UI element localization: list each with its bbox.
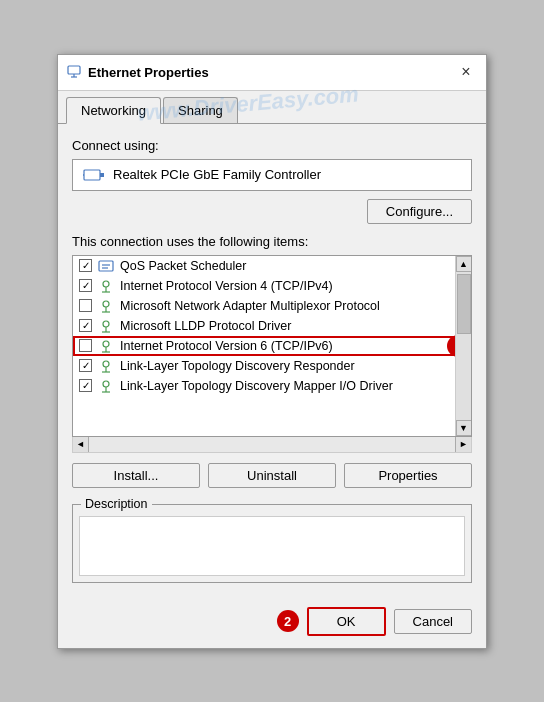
ethernet-properties-dialog: www.DriverEasy.com Ethernet Properties ×… (57, 54, 487, 649)
properties-button[interactable]: Properties (344, 463, 472, 488)
badge-2-container: 2 (277, 610, 299, 632)
list-item[interactable]: QoS Packet Scheduler (73, 256, 455, 276)
tab-content: Connect using: Realtek PCIe GbE Family C… (58, 124, 486, 607)
tab-sharing[interactable]: Sharing (163, 97, 238, 123)
item-label-0: QoS Packet Scheduler (120, 259, 246, 273)
scroll-track (89, 437, 455, 452)
window-title: Ethernet Properties (88, 65, 209, 80)
horizontal-scrollbar[interactable]: ◄ ► (72, 437, 472, 453)
protocol-icon (98, 359, 114, 373)
protocol-icon (98, 299, 114, 313)
titlebar-left: Ethernet Properties (66, 64, 209, 80)
cancel-button[interactable]: Cancel (394, 609, 472, 634)
svg-point-15 (103, 321, 109, 327)
list-item[interactable]: Link-Layer Topology Discovery Responder (73, 356, 455, 376)
bottom-buttons: 2 OK Cancel (58, 607, 486, 648)
vertical-scrollbar[interactable]: ▲ ▼ (455, 256, 471, 436)
item-label-4: Internet Protocol Version 6 (TCP/IPv6) (120, 339, 333, 353)
item-label-6: Link-Layer Topology Discovery Mapper I/O… (120, 379, 393, 393)
tab-bar: Networking Sharing (58, 91, 486, 124)
description-fieldset: Description (72, 498, 472, 583)
item-label-1: Internet Protocol Version 4 (TCP/IPv4) (120, 279, 333, 293)
badge-1: 1 (447, 335, 455, 357)
svg-point-24 (103, 381, 109, 387)
adapter-icon (83, 166, 105, 184)
titlebar: Ethernet Properties × (58, 55, 486, 91)
list-item[interactable]: Microsoft Network Adapter Multiplexor Pr… (73, 296, 455, 316)
checkbox-5[interactable] (79, 359, 92, 372)
list-item[interactable]: Internet Protocol Version 4 (TCP/IPv4) (73, 276, 455, 296)
install-button[interactable]: Install... (72, 463, 200, 488)
checkbox-6[interactable] (79, 379, 92, 392)
tab-networking[interactable]: Networking (66, 97, 161, 124)
checkbox-1[interactable] (79, 279, 92, 292)
scroll-right-arrow[interactable]: ► (455, 436, 471, 452)
svg-point-18 (103, 341, 109, 347)
protocol-icon (98, 279, 114, 293)
svg-point-21 (103, 361, 109, 367)
description-box (79, 516, 465, 576)
scroll-up-arrow[interactable]: ▲ (456, 256, 472, 272)
scroll-left-arrow[interactable]: ◄ (73, 436, 89, 452)
adapter-name: Realtek PCIe GbE Family Controller (113, 167, 321, 182)
items-list-container: QoS Packet Scheduler Internet Protocol V… (72, 255, 472, 437)
scheduler-icon (98, 259, 114, 273)
svg-rect-6 (99, 261, 113, 271)
svg-point-9 (103, 281, 109, 287)
network-icon (66, 64, 82, 80)
list-item[interactable]: Microsoft LLDP Protocol Driver (73, 316, 455, 336)
badge-2: 2 (277, 610, 299, 632)
protocol-icon (98, 339, 114, 353)
action-buttons: Install... Uninstall Properties (72, 463, 472, 488)
protocol-icon (98, 319, 114, 333)
svg-rect-4 (100, 173, 104, 177)
items-label: This connection uses the following items… (72, 234, 472, 249)
adapter-box: Realtek PCIe GbE Family Controller (72, 159, 472, 191)
checkbox-3[interactable] (79, 319, 92, 332)
uninstall-button[interactable]: Uninstall (208, 463, 336, 488)
close-button[interactable]: × (454, 60, 478, 84)
ok-button[interactable]: OK (307, 607, 386, 636)
connect-using-label: Connect using: (72, 138, 472, 153)
item-label-3: Microsoft LLDP Protocol Driver (120, 319, 291, 333)
list-item[interactable]: Link-Layer Topology Discovery Mapper I/O… (73, 376, 455, 396)
configure-row: Configure... (72, 199, 472, 224)
scroll-down-arrow[interactable]: ▼ (456, 420, 472, 436)
svg-rect-3 (84, 170, 100, 180)
item-label-2: Microsoft Network Adapter Multiplexor Pr… (120, 299, 380, 313)
list-item-ipv6[interactable]: Internet Protocol Version 6 (TCP/IPv6) 1 (73, 336, 455, 356)
checkbox-4[interactable] (79, 339, 92, 352)
scroll-thumb[interactable] (457, 274, 471, 334)
protocol-icon (98, 379, 114, 393)
checkbox-0[interactable] (79, 259, 92, 272)
configure-button[interactable]: Configure... (367, 199, 472, 224)
items-list: QoS Packet Scheduler Internet Protocol V… (73, 256, 455, 436)
svg-rect-0 (68, 66, 80, 74)
item-label-5: Link-Layer Topology Discovery Responder (120, 359, 355, 373)
description-legend: Description (81, 497, 152, 511)
checkbox-2[interactable] (79, 299, 92, 312)
svg-point-12 (103, 301, 109, 307)
